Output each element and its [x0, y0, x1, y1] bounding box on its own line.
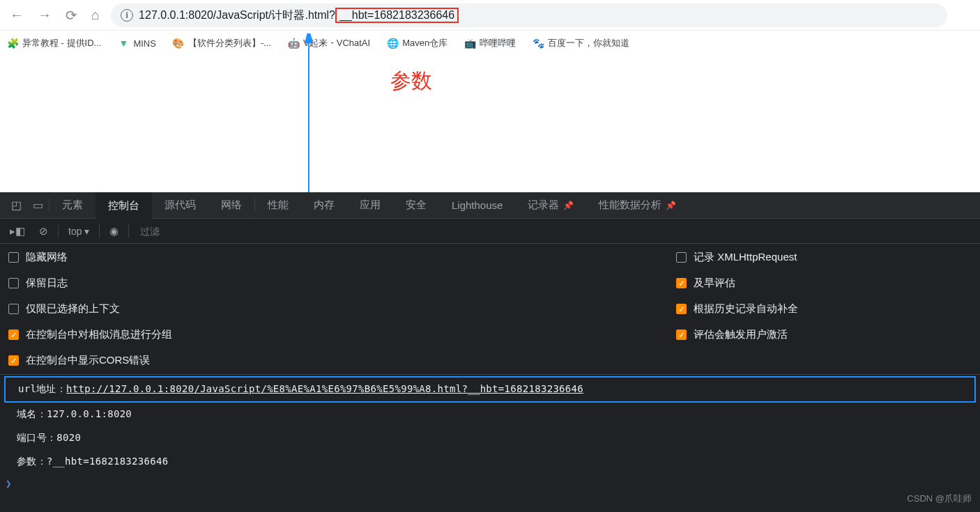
- setting-log-xhr[interactable]: 记录 XMLHttpRequest: [676, 251, 972, 264]
- tab-elements[interactable]: 元素: [49, 192, 95, 219]
- bookmark-label: 哔哩哔哩: [480, 37, 516, 49]
- bookmark-icon: 🤖: [288, 38, 299, 49]
- setting-preserve-log[interactable]: 保留日志: [8, 277, 659, 290]
- checkbox-icon: [8, 278, 19, 288]
- setting-group-similar[interactable]: ✓在控制台中对相似消息进行分组: [8, 328, 659, 341]
- setting-label: 在控制台中显示CORS错误: [26, 354, 150, 367]
- setting-label: 仅限已选择的上下文: [26, 302, 120, 316]
- tab-label: 记录器: [528, 199, 559, 212]
- separator: [99, 224, 100, 238]
- pin-icon: 📌: [666, 201, 676, 210]
- sidebar-toggle-icon[interactable]: ▸◧: [6, 225, 29, 238]
- watermark: CSDN @爪哇师: [907, 492, 972, 505]
- url-text: 127.0.0.1:8020/JavaScript/计时器.html?__hbt…: [139, 8, 459, 23]
- tab-sources[interactable]: 源代码: [152, 192, 208, 219]
- devtools-tabs: ◰ ▭ 元素 控制台 源代码 网络 性能 内存 应用 安全 Lighthouse…: [0, 192, 980, 219]
- bookmark-item-3[interactable]: 🤖V起来・VChatAI: [288, 37, 370, 49]
- globe-icon: 🌐: [387, 38, 398, 49]
- url-highlight: __hbt=1682183236646: [335, 8, 459, 23]
- bookmark-label: 【软件分类列表】-...: [188, 37, 271, 49]
- output-url-link[interactable]: http://127.0.0.1:8020/JavaScript/%E8%AE%…: [66, 383, 583, 394]
- chevron-down-icon: ▾: [84, 226, 89, 237]
- context-label: top: [68, 226, 82, 237]
- setting-label: 保留日志: [26, 277, 68, 290]
- setting-autocomplete[interactable]: ✓根据历史记录自动补全: [676, 302, 972, 316]
- bookmark-item-0[interactable]: 🧩异常教程 - 提供ID...: [7, 37, 101, 49]
- filter-input[interactable]: [135, 223, 268, 240]
- context-selector[interactable]: top ▾: [64, 226, 93, 237]
- url-bar[interactable]: i 127.0.0.1:8020/JavaScript/计时器.html?__h…: [111, 3, 947, 27]
- checkbox-icon: ✓: [8, 355, 19, 366]
- bookmark-item-1[interactable]: ▼MINS: [118, 38, 156, 49]
- settings-col-right: 记录 XMLHttpRequest ✓及早评估 ✓根据历史记录自动补全 ✓评估会…: [668, 251, 980, 367]
- output-line-params: 参数：?__hbt=1682183236646: [0, 450, 980, 474]
- output-line-port: 端口号：8020: [0, 426, 980, 450]
- setting-selected-context[interactable]: 仅限已选择的上下文: [8, 302, 659, 316]
- site-info-icon[interactable]: i: [121, 9, 133, 22]
- checkbox-icon: ✓: [676, 329, 687, 340]
- output-prefix: url地址：: [18, 383, 66, 394]
- console-settings: 隐藏网络 保留日志 仅限已选择的上下文 ✓在控制台中对相似消息进行分组 ✓在控制…: [0, 244, 980, 375]
- setting-hide-network[interactable]: 隐藏网络: [8, 251, 659, 264]
- console-output: url地址：http://127.0.0.1:8020/JavaScript/%…: [0, 375, 980, 495]
- inspect-icon[interactable]: ◰: [6, 199, 27, 212]
- setting-label: 根据历史记录自动补全: [694, 302, 798, 316]
- home-button[interactable]: ⌂: [89, 4, 102, 26]
- setting-label: 记录 XMLHttpRequest: [694, 251, 797, 264]
- tab-console[interactable]: 控制台: [95, 192, 152, 219]
- bookmark-item-2[interactable]: 🎨【软件分类列表】-...: [173, 37, 271, 49]
- bookmark-label: 百度一下，你就知道: [548, 37, 629, 49]
- reload-button[interactable]: ⟳: [63, 4, 80, 26]
- setting-cors-errors[interactable]: ✓在控制台中显示CORS错误: [8, 354, 659, 367]
- settings-col-left: 隐藏网络 保留日志 仅限已选择的上下文 ✓在控制台中对相似消息进行分组 ✓在控制…: [0, 251, 668, 367]
- annotation-label: 参数: [390, 67, 432, 95]
- bookmark-item-6[interactable]: 🐾百度一下，你就知道: [533, 37, 629, 49]
- forward-button[interactable]: →: [35, 4, 54, 26]
- console-toolbar: ▸◧ ⊘ top ▾ ◉: [0, 219, 980, 244]
- bookmark-icon: 🧩: [7, 38, 18, 49]
- back-button[interactable]: ←: [7, 4, 26, 26]
- bookmarks-bar: 🧩异常教程 - 提供ID... ▼MINS 🎨【软件分类列表】-... 🤖V起来…: [0, 31, 980, 56]
- checkbox-icon: [8, 252, 19, 263]
- console-prompt[interactable]: ❯: [0, 474, 980, 493]
- bilibili-icon: 📺: [464, 38, 475, 49]
- bookmark-item-4[interactable]: 🌐Maven仓库: [387, 37, 447, 49]
- setting-label: 评估会触发用户激活: [694, 328, 788, 341]
- setting-label: 隐藏网络: [26, 251, 68, 264]
- browser-toolbar: ← → ⟳ ⌂ i 127.0.0.1:8020/JavaScript/计时器.…: [0, 0, 980, 31]
- bookmark-label: V起来・VChatAI: [303, 37, 370, 49]
- tab-application[interactable]: 应用: [347, 192, 393, 219]
- bookmark-item-5[interactable]: 📺哔哩哔哩: [464, 37, 516, 49]
- pin-icon: 📌: [563, 201, 574, 210]
- bookmark-label: 异常教程 - 提供ID...: [22, 37, 101, 49]
- tab-perf-insights[interactable]: 性能数据分析📌: [586, 192, 689, 219]
- bookmark-label: Maven仓库: [402, 37, 447, 49]
- tab-lighthouse[interactable]: Lighthouse: [439, 192, 515, 219]
- url-prefix: 127.0.0.1:8020/JavaScript/计时器.html?: [139, 9, 335, 21]
- bookmark-label: MINS: [133, 38, 156, 49]
- vue-icon: ▼: [118, 38, 129, 49]
- separator: [128, 224, 129, 238]
- output-line-url: url地址：http://127.0.0.1:8020/JavaScript/%…: [4, 376, 976, 403]
- bookmark-icon: 🎨: [173, 38, 184, 49]
- setting-label: 及早评估: [694, 277, 735, 290]
- tab-memory[interactable]: 内存: [301, 192, 347, 219]
- tab-recorder[interactable]: 记录器📌: [515, 192, 586, 219]
- checkbox-icon: [8, 304, 19, 314]
- output-line-domain: 域名：127.0.0.1:8020: [0, 403, 980, 426]
- tab-label: 性能数据分析: [599, 199, 661, 212]
- separator: [58, 224, 59, 238]
- devtools-panel: ◰ ▭ 元素 控制台 源代码 网络 性能 内存 应用 安全 Lighthouse…: [0, 192, 980, 512]
- checkbox-icon: [676, 252, 687, 263]
- baidu-icon: 🐾: [533, 38, 544, 49]
- live-expression-icon[interactable]: ◉: [105, 225, 123, 238]
- setting-eager-eval[interactable]: ✓及早评估: [676, 277, 972, 290]
- setting-label: 在控制台中对相似消息进行分组: [26, 328, 172, 341]
- setting-user-activation[interactable]: ✓评估会触发用户激活: [676, 328, 972, 341]
- tab-security[interactable]: 安全: [393, 192, 439, 219]
- device-icon[interactable]: ▭: [27, 199, 49, 212]
- tab-performance[interactable]: 性能: [255, 192, 301, 219]
- tab-network[interactable]: 网络: [208, 192, 254, 219]
- checkbox-icon: ✓: [8, 329, 19, 340]
- clear-console-icon[interactable]: ⊘: [35, 225, 52, 238]
